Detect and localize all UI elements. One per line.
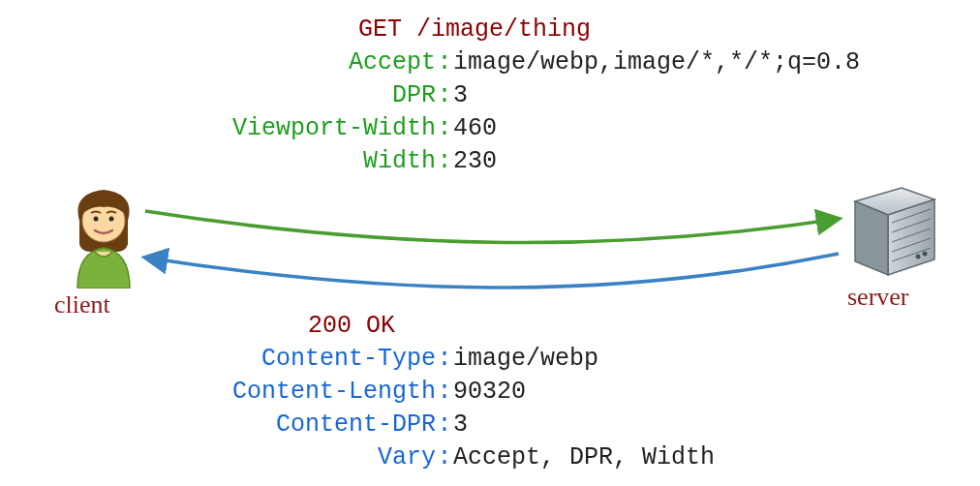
client-icon	[60, 184, 147, 289]
response-arrow	[145, 254, 839, 288]
request-header-value: 230	[453, 145, 862, 178]
request-start-line: GET /image/thing	[358, 14, 591, 46]
request-header-name: Width	[116, 145, 436, 178]
colon: :	[436, 409, 453, 441]
request-header-name: DPR	[116, 79, 436, 112]
response-header-name: Content-DPR	[116, 409, 436, 441]
http-client-hints-diagram: GET /image/thing Accept : image/webp,ima…	[0, 0, 980, 486]
server-label: server	[847, 283, 909, 312]
response-status-line: 200 OK	[308, 310, 395, 343]
svg-point-1	[94, 217, 99, 222]
svg-point-2	[109, 217, 114, 222]
colon: :	[436, 376, 453, 409]
response-header-name: Vary	[116, 441, 436, 474]
colon: :	[436, 46, 453, 79]
response-header-value: 3	[453, 409, 862, 441]
response-header-name: Content-Length	[116, 376, 436, 409]
server-icon	[847, 184, 942, 277]
request-header-name: Accept	[116, 46, 436, 79]
colon: :	[436, 112, 453, 145]
request-headers: Accept : image/webp,image/*,*/*;q=0.8 DP…	[116, 46, 862, 178]
svg-point-8	[923, 252, 928, 257]
client-label: client	[54, 290, 110, 319]
colon: :	[436, 343, 453, 376]
request-header-value: 3	[453, 79, 862, 112]
response-header-value: 90320	[453, 376, 862, 409]
svg-point-9	[916, 255, 921, 259]
response-header-value: image/webp	[453, 343, 862, 376]
response-header-name: Content-Type	[116, 343, 436, 376]
response-header-value: Accept, DPR, Width	[453, 441, 862, 474]
request-header-name: Viewport-Width	[116, 112, 436, 145]
request-arrow	[145, 211, 839, 243]
colon: :	[436, 79, 453, 112]
request-header-value: 460	[453, 112, 862, 145]
colon: :	[436, 145, 453, 178]
colon: :	[436, 441, 453, 474]
request-header-value: image/webp,image/*,*/*;q=0.8	[453, 46, 862, 79]
response-headers: Content-Type : image/webp Content-Length…	[116, 343, 862, 474]
